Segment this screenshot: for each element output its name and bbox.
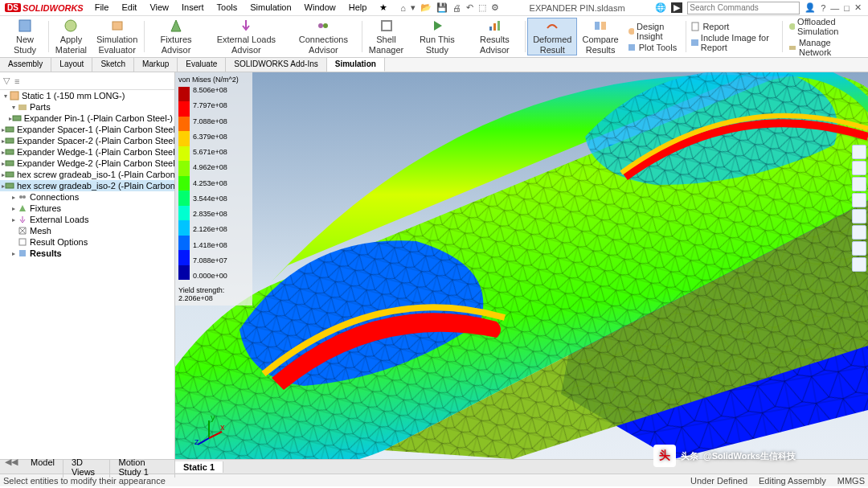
svg-point-28 bbox=[19, 195, 23, 199]
apply-material-button[interactable]: Apply Material bbox=[51, 18, 92, 55]
simulation-evaluator-button[interactable]: Simulation Evaluator bbox=[92, 18, 142, 55]
3dviews-tab[interactable]: 3D Views bbox=[63, 457, 111, 478]
taskpane-home-icon[interactable] bbox=[852, 145, 866, 159]
taskpane-properties-icon[interactable] bbox=[852, 241, 866, 256]
svg-rect-14 bbox=[628, 44, 635, 51]
svg-rect-19 bbox=[10, 92, 18, 100]
menu-tools[interactable]: Tools bbox=[211, 1, 244, 14]
menu-file[interactable]: File bbox=[88, 1, 116, 14]
open-icon[interactable]: 📂 bbox=[420, 2, 432, 13]
plot-tools-button[interactable]: Plot Tools bbox=[627, 43, 681, 52]
taskpane-appearance-icon[interactable] bbox=[852, 225, 866, 240]
save-icon[interactable]: 💾 bbox=[436, 2, 448, 13]
svg-text:y: y bbox=[211, 414, 215, 422]
parts-node[interactable]: ▾Parts bbox=[0, 101, 174, 113]
model-tab[interactable]: Model bbox=[23, 457, 63, 478]
svg-rect-10 bbox=[497, 21, 500, 31]
maximize-icon[interactable]: □ bbox=[844, 3, 850, 13]
cm-tab-sketch[interactable]: Sketch bbox=[92, 58, 134, 72]
cm-tab-layout[interactable]: Layout bbox=[51, 58, 92, 72]
svg-rect-16 bbox=[691, 39, 698, 46]
external-loads-node[interactable]: ▸External Loads bbox=[0, 214, 174, 225]
svg-line-37 bbox=[198, 438, 209, 445]
menu-edit[interactable]: Edit bbox=[115, 1, 143, 14]
svg-rect-31 bbox=[19, 239, 26, 245]
external-loads-advisor-button[interactable]: External Loads Advisor bbox=[206, 18, 287, 55]
tabs-nav-left-icon[interactable]: ◀◀ bbox=[0, 457, 23, 478]
report-button[interactable]: Report bbox=[690, 22, 776, 31]
dropdown-icon[interactable]: ▾ bbox=[411, 2, 416, 13]
status-editing: Editing Assembly bbox=[759, 476, 826, 486]
cm-tab-evaluate[interactable]: Evaluate bbox=[178, 58, 226, 72]
offloaded-simulation-button[interactable]: Offloaded Simulation bbox=[788, 17, 862, 36]
menu-view[interactable]: View bbox=[143, 1, 175, 14]
include-image-button[interactable]: Include Image for Report bbox=[690, 33, 776, 52]
select-icon[interactable]: ⬚ bbox=[478, 2, 486, 13]
view-triad[interactable]: y x z bbox=[193, 414, 225, 446]
mesh-node[interactable]: Mesh bbox=[0, 225, 174, 236]
svg-rect-6 bbox=[382, 21, 391, 31]
cm-tab-simulation[interactable]: Simulation bbox=[327, 58, 385, 72]
menu-star-icon[interactable]: ★ bbox=[373, 1, 394, 14]
cm-tab-markup[interactable]: Markup bbox=[134, 58, 178, 72]
connections-node[interactable]: ▸Connections bbox=[0, 191, 174, 203]
legend-value: 3.544e+08 bbox=[193, 195, 227, 203]
globe-icon[interactable]: 🌐 bbox=[655, 2, 666, 13]
menu-simulation[interactable]: Simulation bbox=[244, 1, 297, 14]
result-options-node[interactable]: Result Options bbox=[0, 236, 174, 248]
connections-advisor-button[interactable]: Connections Advisor bbox=[287, 18, 360, 55]
part-item[interactable]: ▸Expander Spacer-2 (-Plain Carbon Steel-… bbox=[0, 135, 174, 146]
home-icon[interactable]: ⌂ bbox=[400, 3, 406, 13]
shell-manager-button[interactable]: Shell Manager bbox=[364, 18, 408, 55]
svg-rect-0 bbox=[19, 20, 31, 31]
fixtures-advisor-button[interactable]: Fixtures Advisor bbox=[146, 18, 206, 55]
document-title: EXPANDER PIN.sldasm bbox=[506, 3, 649, 13]
part-item[interactable]: ▸Expander Wedge-2 (-Plain Carbon Steel-) bbox=[0, 158, 174, 169]
taskpane-explorer-icon[interactable] bbox=[852, 193, 866, 207]
part-item[interactable]: ▸Expander Wedge-1 (-Plain Carbon Steel-) bbox=[0, 146, 174, 158]
design-insight-button[interactable]: Design Insight bbox=[627, 22, 681, 41]
cm-tab-assembly[interactable]: Assembly bbox=[0, 58, 51, 72]
motion-study-tab[interactable]: Motion Study 1 bbox=[110, 457, 175, 478]
results-advisor-button[interactable]: Results Advisor bbox=[465, 18, 523, 55]
results-node[interactable]: ▸Results bbox=[0, 248, 174, 259]
run-study-button[interactable]: Run This Study bbox=[408, 18, 465, 55]
taskpane-forum-icon[interactable] bbox=[852, 257, 866, 272]
graphics-viewport[interactable]: von Mises (N/m^2) 8.506e+087.797e+087.08… bbox=[175, 72, 868, 459]
gear-icon[interactable]: ⚙ bbox=[491, 2, 499, 13]
svg-rect-26 bbox=[6, 172, 14, 177]
static-study-tab[interactable]: Static 1 bbox=[175, 461, 223, 473]
part-item[interactable]: ▸Expander Spacer-1 (-Plain Carbon Steel-… bbox=[0, 124, 174, 135]
part-item[interactable]: ▸Expander Pin-1 (-Plain Carbon Steel-) bbox=[0, 113, 174, 124]
study-node[interactable]: ▾Static 1 (-150 mm LONG-) bbox=[0, 90, 174, 101]
taskpane-resources-icon[interactable] bbox=[852, 161, 866, 175]
cm-tab-solidworks-add-ins[interactable]: SOLIDWORKS Add-Ins bbox=[226, 58, 326, 72]
part-item[interactable]: ▸hex screw gradeab_iso-1 (-Plain Carbon … bbox=[0, 169, 174, 180]
search-commands-input[interactable] bbox=[687, 2, 800, 14]
compare-results-button[interactable]: Compare Results bbox=[577, 18, 623, 55]
taskpane-view-icon[interactable] bbox=[852, 209, 866, 223]
user-icon[interactable]: 👤 bbox=[805, 2, 816, 13]
svg-rect-27 bbox=[6, 183, 14, 188]
help-icon[interactable]: ? bbox=[821, 3, 825, 13]
menu-window[interactable]: Window bbox=[298, 1, 342, 14]
legend-value: 7.088e+08 bbox=[193, 118, 227, 125]
deformed-result-button[interactable]: Deformed Result bbox=[527, 18, 577, 55]
manage-network-button[interactable]: Manage Network bbox=[788, 38, 862, 57]
menu-insert[interactable]: Insert bbox=[175, 1, 211, 14]
svg-rect-18 bbox=[789, 46, 796, 50]
minimize-icon[interactable]: — bbox=[830, 3, 839, 13]
app-logo: DSSOLIDWORKS bbox=[0, 3, 88, 13]
menu-help[interactable]: Help bbox=[342, 1, 374, 14]
fixtures-node[interactable]: ▸Fixtures bbox=[0, 203, 174, 214]
close-icon[interactable]: ✕ bbox=[854, 2, 862, 13]
svg-rect-32 bbox=[19, 250, 26, 256]
new-study-button[interactable]: New Study bbox=[3, 18, 47, 55]
part-item[interactable]: ▸hex screw gradeab_iso-2 (-Plain Carbon … bbox=[0, 180, 174, 191]
undo-icon[interactable]: ↶ bbox=[466, 2, 473, 13]
status-bar: Select entities to modify their appearan… bbox=[0, 474, 868, 486]
taskpane-library-icon[interactable] bbox=[852, 177, 866, 191]
tree-display-icon[interactable]: ≡ bbox=[14, 76, 19, 86]
print-icon[interactable]: 🖨 bbox=[452, 3, 461, 13]
filter-icon[interactable]: ▽ bbox=[3, 76, 10, 86]
